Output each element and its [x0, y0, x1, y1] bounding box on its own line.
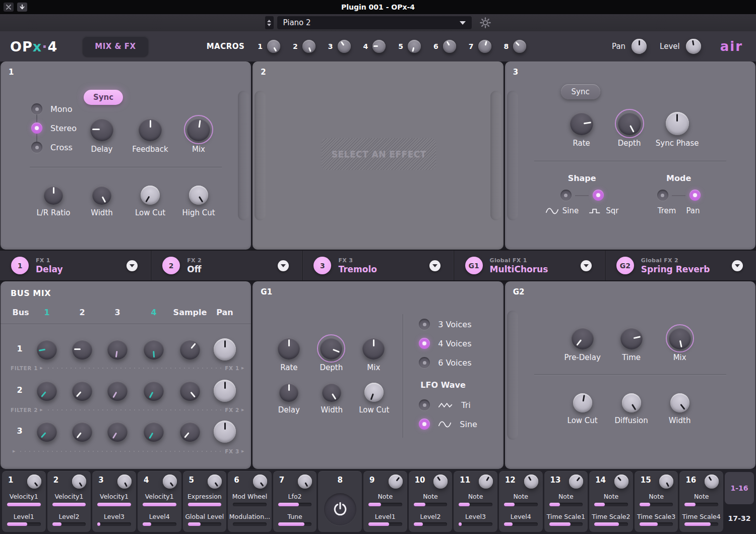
mod-amount-bar[interactable] [233, 522, 267, 526]
mod-amount-bar[interactable] [504, 522, 538, 526]
macro-1-knob[interactable] [267, 40, 280, 53]
mix-knob[interactable] [669, 327, 691, 349]
high-cut-knob[interactable] [189, 186, 208, 205]
voices-option-4-voices[interactable]: 4 Voices [419, 338, 471, 349]
macro-slot-16-knob[interactable] [705, 474, 719, 489]
tab-mix-and-fx[interactable]: MIX & FX [83, 36, 148, 56]
bus-col-header-4[interactable]: 4 [151, 308, 156, 317]
fx-slot-3[interactable]: 3FX 3Tremolo [302, 251, 454, 280]
macro-slot-13-knob[interactable] [569, 474, 583, 489]
macro-6-knob[interactable] [443, 40, 456, 53]
mod-amount-bar[interactable] [97, 522, 131, 526]
delay-knob[interactable] [279, 383, 298, 402]
macro-slot-11[interactable]: 11NoteLevel3 [454, 471, 497, 532]
fx-slot-G1[interactable]: G1Global FX 1MultiChorus [454, 251, 605, 280]
width-knob[interactable] [92, 186, 111, 205]
cross-radio[interactable] [31, 142, 42, 153]
mode-option-mono[interactable]: Mono [31, 103, 77, 114]
macro-slot-3-knob[interactable] [117, 474, 132, 489]
bus-col-header-2[interactable]: 2 [79, 308, 85, 317]
lfo-option-tri[interactable]: Tri [419, 399, 477, 410]
diffusion-knob[interactable] [622, 393, 641, 412]
macro-slot-10-knob[interactable] [433, 474, 448, 489]
bus2-knob6-knob[interactable] [214, 380, 236, 402]
bus3-knob4-knob[interactable] [144, 422, 164, 442]
pan-option[interactable]: Pan [686, 206, 700, 215]
pre-delay-knob[interactable] [572, 327, 594, 349]
bus3-knob6-knob[interactable] [214, 421, 236, 443]
mod-source-bar[interactable] [684, 503, 718, 506]
mono-radio[interactable] [31, 103, 42, 114]
mode-option-stereo[interactable]: Stereo [31, 123, 77, 134]
sync-button[interactable]: Sync [561, 84, 600, 99]
macro-slot-7-knob[interactable] [298, 474, 312, 489]
mod-amount-bar[interactable] [549, 522, 583, 526]
mod-source-bar[interactable] [97, 503, 131, 506]
macro-slot-5[interactable]: 5ExpressionGlobal Level [183, 471, 227, 532]
l-r-ratio-knob[interactable] [44, 186, 63, 205]
gear-icon[interactable] [479, 17, 491, 29]
stepper-down-icon[interactable] [267, 24, 271, 26]
bus2-knob1-knob[interactable] [37, 381, 57, 401]
mod-source-bar[interactable] [459, 503, 492, 506]
mod-source-bar[interactable] [52, 503, 86, 506]
rate-knob[interactable] [570, 112, 593, 135]
sqr-option[interactable]: Sqr [589, 206, 618, 215]
page-tab-17-32[interactable]: 17-32 [725, 514, 754, 522]
bus-col-header-sample[interactable]: Sample [173, 308, 207, 317]
macro-slot-3[interactable]: 3Velocity1Level3 [92, 471, 136, 532]
macro-4-knob[interactable] [372, 40, 386, 53]
macro-slot-16[interactable]: 16NoteTime Scale4 [679, 471, 723, 532]
level-knob[interactable] [686, 39, 701, 54]
width-knob[interactable] [670, 393, 689, 412]
macro-slot-6[interactable]: 6Mod WheelModulation... [228, 471, 272, 532]
macro-slot-12[interactable]: 12NoteLevel4 [499, 471, 543, 532]
mod-amount-bar[interactable] [188, 522, 222, 526]
mod-amount-bar[interactable] [278, 522, 312, 526]
mod-source-bar[interactable] [143, 503, 176, 506]
mod-amount-bar[interactable] [52, 522, 86, 526]
low-cut-knob[interactable] [573, 393, 592, 412]
mod-source-bar[interactable] [594, 503, 628, 506]
sine-option[interactable]: Sine [545, 206, 579, 215]
time-knob[interactable] [620, 327, 643, 349]
sync-phase-knob[interactable] [666, 112, 689, 135]
chevron-down-icon[interactable] [581, 260, 592, 271]
mix-knob[interactable] [362, 337, 385, 360]
sync-button[interactable]: Sync [84, 90, 123, 105]
bus1-knob1-knob[interactable] [37, 339, 57, 360]
mod-source-bar[interactable] [278, 503, 312, 506]
feedback-knob[interactable] [139, 118, 162, 141]
macro-slot-7[interactable]: 7Lfo2Tune [273, 471, 317, 532]
sine-radio[interactable] [560, 190, 572, 201]
preset-stepper[interactable] [265, 16, 274, 29]
mod-source-bar[interactable] [188, 503, 222, 506]
chevron-down-icon[interactable] [127, 260, 138, 271]
mode-option-cross[interactable]: Cross [31, 142, 77, 153]
3-voices-radio[interactable] [419, 319, 430, 330]
select-an-effect-button[interactable]: SELECT AN EFFECT [322, 138, 436, 170]
bus1-knob3-knob[interactable] [107, 339, 128, 360]
macro-slot-10[interactable]: 10NoteLevel2 [409, 471, 453, 532]
bus3-knob5-knob[interactable] [180, 422, 200, 442]
macro-slot-13[interactable]: 13NoteTime Scale1 [544, 471, 588, 532]
rate-knob[interactable] [278, 337, 300, 360]
macro-slot-9[interactable]: 9NoteLevel1 [363, 471, 407, 532]
macro-slot-1-knob[interactable] [27, 474, 41, 489]
bus-col-header-3[interactable]: 3 [114, 308, 120, 317]
bus1-knob6-knob[interactable] [214, 338, 236, 361]
bus3-knob3-knob[interactable] [107, 422, 128, 442]
delay-knob[interactable] [90, 118, 113, 141]
macro-8-knob[interactable] [513, 40, 526, 53]
bus3-knob1-knob[interactable] [37, 422, 57, 442]
mod-source-bar[interactable] [7, 503, 41, 506]
preset-dropdown[interactable]: Piano 2 [277, 16, 472, 29]
bus2-knob5-knob[interactable] [180, 381, 200, 401]
mod-source-bar[interactable] [414, 503, 448, 506]
pan-radio[interactable] [689, 190, 701, 201]
depth-knob[interactable] [618, 112, 641, 135]
depth-knob[interactable] [320, 337, 342, 360]
trem-radio[interactable] [657, 190, 668, 201]
macro-slot-14[interactable]: 14NoteTime Scale2 [589, 471, 633, 532]
bus1-knob2-knob[interactable] [72, 339, 92, 360]
